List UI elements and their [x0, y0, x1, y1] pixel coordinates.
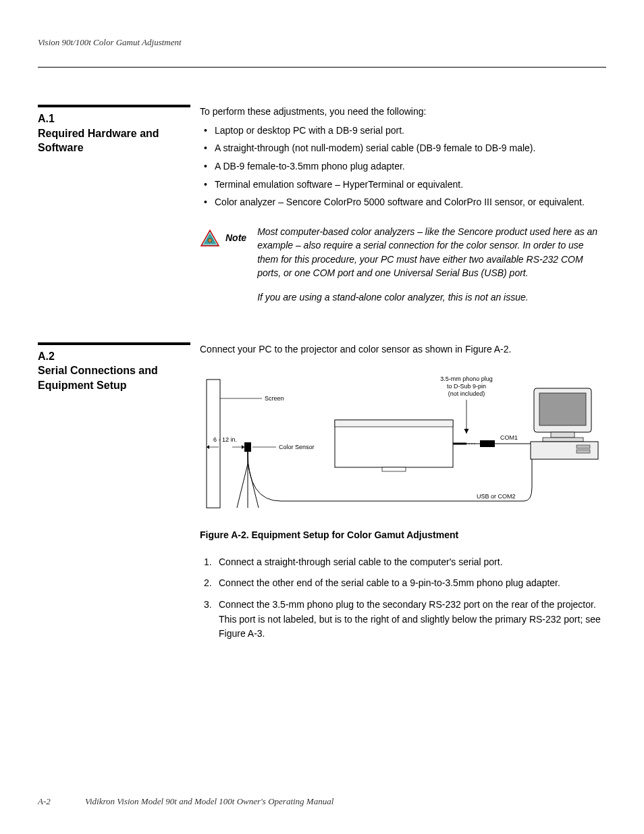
section-body: Connect your PC to the projector and col… [200, 342, 606, 649]
section-a1: A.1 Required Hardware and Software To pe… [38, 105, 606, 315]
note-paragraph: Most computer-based color analyzers – li… [257, 225, 606, 280]
diagram-label-phono: 3.5-mm phono plug [440, 375, 493, 382]
section-heading: A.1 Required Hardware and Software [38, 105, 190, 155]
svg-rect-12 [335, 420, 453, 427]
page-number: A-2 [38, 796, 85, 807]
svg-rect-24 [576, 445, 590, 448]
list-item: Terminal emulation software – HyperTermi… [215, 178, 606, 192]
svg-rect-22 [543, 438, 583, 442]
running-header: Vision 90t/100t Color Gamut Adjustment [38, 37, 606, 68]
figure-caption: Figure A-2. Equipment Setup for Color Ga… [200, 528, 606, 543]
intro-text: To perform these adjustments, you need t… [200, 105, 606, 120]
svg-rect-25 [576, 450, 590, 453]
note-icon-group: Note [200, 225, 246, 248]
intro-text: Connect your PC to the projector and col… [200, 342, 606, 357]
manual-title: Vidikron Vision Model 90t and Model 100t… [85, 796, 333, 807]
note-label: Note [225, 231, 246, 246]
svg-rect-1 [207, 380, 220, 508]
note-paragraph: If you are using a stand-alone color ana… [257, 290, 606, 304]
list-item: Laptop or desktop PC with a DB-9 serial … [215, 124, 606, 138]
list-item: Color analyzer – Sencore ColorPro 5000 s… [215, 195, 606, 210]
section-number: A.2 [38, 349, 190, 364]
list-item: A DB-9 female-to-3.5mm phono plug adapte… [215, 159, 606, 174]
step-list: Connect a straight-through serial cable … [200, 555, 606, 642]
svg-rect-11 [335, 420, 453, 467]
svg-rect-17 [480, 440, 495, 447]
page-content: A.1 Required Hardware and Software To pe… [38, 105, 606, 648]
section-body: To perform these adjustments, you need t… [200, 105, 606, 315]
list-item: Connect the other end of the serial cabl… [219, 576, 606, 591]
warning-triangle-icon [200, 229, 220, 248]
list-item: Connect the 3.5-mm phono plug to the sec… [219, 598, 606, 642]
section-title: Serial Connections and Equipment Setup [38, 363, 190, 392]
svg-rect-13 [382, 467, 406, 471]
diagram-label-phono: to D-Sub 9-pin [447, 383, 486, 390]
svg-point-0 [208, 238, 212, 242]
diagram-label-phono: (not included) [448, 390, 485, 397]
svg-line-7 [237, 464, 248, 508]
svg-rect-21 [551, 432, 574, 438]
diagram-label-usb: USB or COM2 [477, 493, 516, 500]
section-number: A.1 [38, 111, 190, 126]
section-heading: A.2 Serial Connections and Equipment Set… [38, 342, 190, 393]
diagram-label-screen: Screen [265, 395, 284, 402]
diagram-label-range: 6 - 12 in. [213, 436, 237, 443]
diagram-label-sensor: Color Sensor [279, 444, 315, 450]
page-footer: A-2 Vidikron Vision Model 90t and Model … [38, 796, 606, 807]
list-item: Connect a straight-through serial cable … [219, 555, 606, 570]
note-callout: Note Most computer-based color analyzers… [200, 225, 606, 315]
list-item: A straight-through (not null-modem) seri… [215, 141, 606, 156]
section-a2: A.2 Serial Connections and Equipment Set… [38, 342, 606, 649]
equipment-diagram: Screen 6 - 12 in. Color Sensor [200, 366, 606, 516]
note-text: Most computer-based color analyzers – li… [257, 225, 606, 315]
diagram-label-com1: COM1 [500, 434, 518, 441]
svg-rect-5 [244, 442, 251, 452]
svg-rect-20 [539, 393, 586, 425]
requirement-list: Laptop or desktop PC with a DB-9 serial … [200, 124, 606, 210]
section-sidebar: A.2 Serial Connections and Equipment Set… [38, 342, 200, 649]
section-title: Required Hardware and Software [38, 126, 190, 155]
section-sidebar: A.1 Required Hardware and Software [38, 105, 200, 315]
